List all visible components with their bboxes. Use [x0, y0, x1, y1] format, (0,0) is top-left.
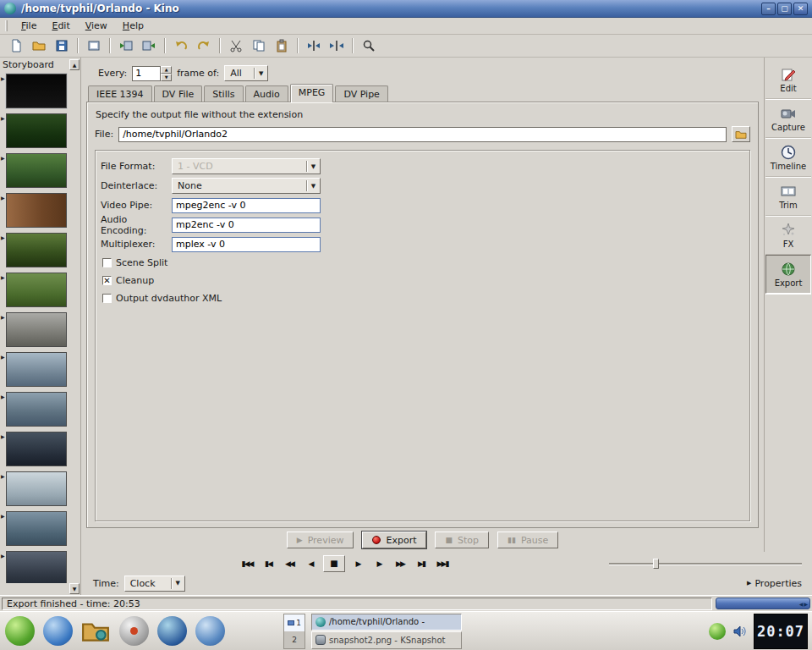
- browse-button[interactable]: [732, 126, 750, 142]
- export-page: Every: ▲ ▼ frame of: All ▼: [81, 58, 764, 552]
- shuttle-slider[interactable]: [609, 557, 802, 570]
- mode-edit-button[interactable]: Edit: [765, 60, 811, 99]
- insert-after-button[interactable]: [138, 36, 159, 56]
- menu-file[interactable]: File: [14, 19, 44, 33]
- clip-thumbnail[interactable]: [6, 511, 67, 546]
- spin-up-icon[interactable]: ▲: [161, 66, 172, 74]
- mode-export-button[interactable]: Export: [765, 255, 811, 294]
- frame-forward-button[interactable]: ▶: [370, 555, 387, 572]
- fast-forward-button[interactable]: ▶▶: [392, 555, 409, 572]
- clip-thumbnail[interactable]: [6, 193, 67, 228]
- seek-start-button[interactable]: ▮◀◀: [239, 555, 255, 572]
- storyboard-clip-row: ▶: [1, 193, 80, 228]
- clip-thumbnail[interactable]: [6, 74, 67, 108]
- dvdauthor-xml-checkbox[interactable]: [102, 294, 112, 303]
- every-spinner[interactable]: ▲ ▼: [132, 66, 172, 81]
- menu-view[interactable]: View: [78, 19, 115, 33]
- stop-transport-button[interactable]: ■: [323, 555, 345, 572]
- rewind-button[interactable]: ◀◀: [281, 555, 298, 572]
- scene-split-checkbox[interactable]: [102, 258, 112, 267]
- mode-trim-button[interactable]: Trim: [765, 177, 811, 216]
- mode-capture-button[interactable]: Capture: [765, 99, 811, 138]
- capture-frame-button[interactable]: [83, 36, 104, 56]
- cleanup-checkbox[interactable]: ✕: [102, 276, 112, 285]
- clip-thumbnail[interactable]: [6, 392, 67, 427]
- play-button[interactable]: ▶: [349, 555, 366, 572]
- mode-timeline-button[interactable]: Timeline: [765, 138, 811, 177]
- clip-thumbnail[interactable]: [6, 432, 67, 466]
- scroll-left-icon[interactable]: ◀: [799, 601, 804, 607]
- tab-ieee1394[interactable]: IEEE 1394: [88, 85, 152, 102]
- next-scene-button[interactable]: ▶▮: [413, 555, 430, 572]
- split-clip-button[interactable]: [303, 36, 324, 56]
- volume-tray-button[interactable]: [731, 622, 749, 641]
- toolbar-separator: [352, 38, 353, 53]
- package-launcher[interactable]: [116, 614, 151, 649]
- open-file-button[interactable]: [28, 36, 49, 56]
- home-folder-launcher[interactable]: [78, 614, 113, 649]
- every-input[interactable]: [132, 66, 161, 81]
- task-ksnapshot[interactable]: snapshot2.png - KSnapshot: [311, 631, 462, 649]
- geeko-tray-button[interactable]: [708, 622, 727, 641]
- time-format-select[interactable]: Clock ▼: [124, 576, 185, 592]
- minimize-button[interactable]: –: [761, 3, 776, 15]
- cut-button[interactable]: [225, 36, 246, 56]
- scroll-down-icon[interactable]: ▼: [69, 583, 80, 594]
- desktop-pager[interactable]: 1 2: [283, 614, 305, 649]
- undo-button[interactable]: [170, 36, 191, 56]
- web-browser-launcher[interactable]: [40, 614, 75, 649]
- clip-thumbnail[interactable]: [6, 153, 67, 188]
- kmenu-button[interactable]: [2, 614, 37, 649]
- scroll-right-icon[interactable]: ▶: [804, 601, 808, 607]
- spin-down-icon[interactable]: ▼: [161, 74, 172, 81]
- zoom-button[interactable]: [358, 36, 379, 56]
- multiplexer-input[interactable]: [172, 237, 321, 252]
- clip-thumbnail[interactable]: [6, 273, 67, 307]
- redo-button[interactable]: [193, 36, 214, 56]
- tab-audio[interactable]: Audio: [245, 85, 288, 102]
- task-kino[interactable]: /home/tvphil/Orlando -: [311, 614, 462, 631]
- previous-scene-button[interactable]: ▮◀: [260, 555, 277, 572]
- frame-of-select[interactable]: All ▼: [224, 65, 268, 81]
- titlebar[interactable]: /home/tvphil/Orlando - Kino – ▢ ✕: [0, 0, 812, 18]
- horizontal-scrollbar[interactable]: ◀ ▶: [716, 598, 810, 609]
- clip-thumbnail[interactable]: [6, 471, 67, 506]
- export-button[interactable]: Export: [362, 532, 426, 548]
- seek-end-button[interactable]: ▶▶▮: [434, 555, 451, 572]
- konqueror-launcher[interactable]: [192, 614, 228, 649]
- deinterlace-select[interactable]: None ▼: [172, 178, 321, 194]
- clip-thumbnail[interactable]: [6, 312, 67, 347]
- slider-thumb[interactable]: [653, 559, 659, 569]
- menu-edit[interactable]: Edit: [44, 19, 77, 33]
- tab-mpeg[interactable]: MPEG: [290, 84, 334, 102]
- clip-thumbnail[interactable]: [6, 352, 67, 387]
- save-file-button[interactable]: [51, 36, 72, 56]
- audio-encoding-input[interactable]: [172, 218, 321, 233]
- menubar-grip[interactable]: [5, 20, 8, 31]
- copy-button[interactable]: [248, 36, 269, 56]
- new-file-button[interactable]: [5, 36, 26, 56]
- maximize-button[interactable]: ▢: [777, 3, 792, 15]
- pager-desktop-2[interactable]: 2: [284, 631, 304, 648]
- frame-back-button[interactable]: ◀: [302, 555, 319, 572]
- paste-button[interactable]: [271, 36, 292, 56]
- output-file-input[interactable]: [118, 127, 727, 142]
- taskbar-clock[interactable]: 20:07: [754, 614, 808, 649]
- close-button[interactable]: ✕: [793, 3, 808, 15]
- video-pipe-input[interactable]: [172, 198, 321, 213]
- storyboard-title: Storyboard: [3, 59, 69, 70]
- clip-thumbnail[interactable]: [6, 551, 67, 583]
- tab-dv-pipe[interactable]: DV Pipe: [335, 85, 388, 102]
- clip-thumbnail[interactable]: [6, 113, 67, 148]
- tab-stills[interactable]: Stills: [204, 85, 243, 102]
- properties-link[interactable]: ▶ Properties: [747, 578, 802, 589]
- menu-help[interactable]: Help: [115, 19, 151, 33]
- messenger-launcher[interactable]: [154, 614, 189, 649]
- insert-before-button[interactable]: [115, 36, 136, 56]
- join-clips-button[interactable]: [326, 36, 347, 56]
- pager-desktop-1[interactable]: 1: [284, 614, 304, 631]
- scroll-up-icon[interactable]: ▲: [69, 59, 80, 70]
- clip-thumbnail[interactable]: [6, 233, 67, 267]
- mode-fx-button[interactable]: FX: [765, 216, 811, 255]
- tab-dv-file[interactable]: DV File: [154, 85, 203, 102]
